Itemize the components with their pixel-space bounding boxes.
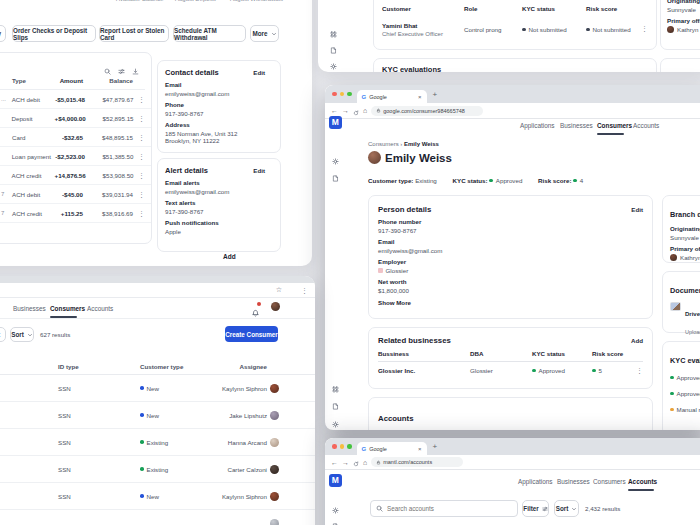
tab-accounts[interactable]: Accounts — [633, 122, 659, 129]
new-tab-icon[interactable]: + — [433, 442, 438, 451]
gear-icon[interactable] — [332, 414, 339, 430]
row-menu-icon[interactable]: ⋮ — [134, 172, 145, 179]
notifications-bell-icon[interactable] — [251, 303, 260, 321]
back-icon[interactable]: ← — [331, 459, 338, 466]
alert-details-card: Alert details Edit Email alertsemilyweis… — [157, 158, 281, 252]
tab-applications[interactable]: Applications — [518, 478, 552, 485]
browser-menu-icon[interactable]: ⋮ — [301, 287, 308, 294]
file-icon[interactable] — [332, 516, 339, 525]
transaction-row[interactable]: 7ACH credit+115.25$38,916.69⋮ — [0, 204, 151, 223]
row-menu-icon[interactable]: ⋮ — [134, 115, 145, 122]
tab-consumers[interactable]: Consumers — [593, 478, 626, 485]
transaction-row[interactable]: Loan payment-$2,523.00$51,385.50⋮ — [0, 147, 151, 166]
consumer-row[interactable]: SSN New Kaylynn Siphron — [0, 483, 315, 510]
tab-consumers[interactable]: Consumers — [50, 305, 85, 312]
row-menu-icon[interactable]: ⋮ — [641, 25, 648, 32]
schedule-atm-button[interactable]: Schedule ATM Withdrawal — [173, 25, 246, 42]
tab-businesses[interactable]: Businesses — [560, 122, 593, 129]
desktop-collage: Available Balance August Deposit August … — [0, 0, 700, 525]
document-item[interactable]: Driver's licenseUploaded — [670, 302, 700, 338]
gear-icon[interactable] — [332, 151, 339, 169]
close-tab-icon[interactable]: × — [418, 446, 422, 452]
mantl-logo[interactable]: M — [329, 474, 342, 487]
search-accounts-field[interactable] — [370, 500, 518, 517]
row-menu-icon[interactable]: ⋮ — [133, 134, 145, 141]
tab-accounts[interactable]: Accounts — [628, 478, 657, 485]
window-controls[interactable] — [332, 444, 352, 449]
row-menu-icon[interactable]: ⋮ — [133, 153, 145, 160]
transaction-row[interactable]: Card-$32.65$48,895.15⋮ — [0, 128, 151, 147]
home-icon[interactable]: ⌂ — [363, 107, 367, 114]
zoom-window-icon — [347, 444, 352, 449]
edit-link[interactable]: Edit — [253, 69, 265, 76]
tab-businesses[interactable]: Businesses — [557, 478, 590, 485]
clipped-filter-button[interactable]: t — [0, 327, 6, 342]
documents-panel: Documents — [660, 58, 700, 72]
transaction-row[interactable]: ...ACH debit-$5,015.48$47,879.67⋮ — [0, 90, 151, 109]
avatar[interactable] — [288, 286, 296, 294]
create-consumer-button[interactable]: Create Consumer — [225, 326, 278, 342]
tab-businesses[interactable]: Businesses — [13, 305, 46, 312]
transaction-row[interactable]: Deposit+$4,000.00$52,895.15⋮ — [0, 109, 151, 128]
consumer-row[interactable]: SSN Existing Hanna Arcand — [0, 429, 315, 456]
browser-tab[interactable]: G Google × — [357, 90, 427, 103]
add-link[interactable]: Add — [631, 337, 643, 344]
accounts-card: Accounts — [368, 397, 653, 430]
contact-email: emilyweiss@gmail.com — [165, 90, 273, 98]
google-favicon: G — [362, 446, 367, 452]
lock-icon — [376, 108, 381, 113]
avatar[interactable] — [271, 302, 280, 311]
report-lost-card-button[interactable]: Report Lost or Stolen Card — [99, 25, 169, 42]
consumer-row[interactable]: SSN New Jake Lipshutz — [0, 402, 315, 429]
related-business-row[interactable]: Glossier Inc. Glossier Approved 5 ⋮ — [378, 367, 643, 374]
row-menu-icon[interactable]: ⋮ — [133, 210, 145, 217]
order-checks-button[interactable]: Order Checks or Deposit Slips — [12, 25, 96, 42]
contact-phone: 917-390-8767 — [165, 110, 273, 118]
clipped-action-button[interactable]: y — [0, 25, 6, 42]
file-icon[interactable] — [332, 396, 339, 414]
filter-sliders-icon — [542, 506, 548, 512]
close-tab-icon[interactable]: × — [418, 94, 422, 100]
file-icon[interactable] — [332, 168, 339, 186]
window-banking-detail: Available Balance August Deposit August … — [0, 0, 312, 266]
edit-link[interactable]: Edit — [253, 167, 265, 174]
consumer-row-partial[interactable] — [0, 510, 315, 525]
show-more-link[interactable]: Show More — [378, 299, 643, 306]
window-controls[interactable] — [332, 92, 352, 97]
tab-accounts[interactable]: Accounts — [87, 305, 113, 312]
search-input[interactable] — [387, 505, 507, 512]
filter-button[interactable]: Filter — [522, 500, 549, 517]
address-bar[interactable]: google.com/consumer984665748 — [371, 106, 483, 116]
new-tab-icon[interactable]: + — [433, 90, 438, 99]
mantl-logo[interactable]: M — [329, 116, 342, 129]
notification-badge — [257, 302, 261, 306]
add-link[interactable]: Add — [223, 253, 236, 260]
address-bar[interactable]: mantl.com/accounts — [371, 457, 463, 467]
consumer-row[interactable]: SSN New Kaylynn Siphron — [0, 375, 315, 402]
sort-button[interactable]: Sort — [554, 500, 579, 517]
transaction-row[interactable]: ACH credit+14,876.56$53,908.50⋮ — [0, 166, 151, 185]
browser-tab[interactable]: G Google × — [357, 442, 427, 455]
officer-name[interactable]: Yamini Bhat — [382, 22, 417, 29]
breadcrumb-parent[interactable]: Consumers — [368, 141, 399, 147]
refresh-icon[interactable] — [353, 453, 359, 471]
forward-icon[interactable]: → — [342, 107, 349, 114]
row-menu-icon[interactable]: ⋮ — [133, 191, 145, 198]
consumer-row[interactable]: SSN Existing Carter Calzoni — [0, 456, 315, 483]
edit-link[interactable]: Edit — [631, 206, 643, 213]
avatar — [270, 384, 279, 393]
forward-icon[interactable]: → — [342, 459, 349, 466]
bookmark-star-icon[interactable]: ☆ — [276, 286, 282, 294]
tab-applications[interactable]: Applications — [520, 122, 554, 129]
grid-icon[interactable] — [332, 379, 339, 397]
sort-button[interactable]: Sort — [10, 327, 34, 342]
refresh-icon[interactable] — [353, 102, 359, 120]
transaction-row[interactable]: 7ACH debit-$45.00$39,031.94⋮ — [0, 185, 151, 204]
gear-icon[interactable] — [330, 56, 337, 72]
tab-consumers[interactable]: Consumers — [597, 122, 632, 129]
row-menu-icon[interactable]: ⋮ — [636, 367, 643, 374]
row-menu-icon[interactable]: ⋮ — [133, 96, 145, 103]
more-button[interactable]: More — [250, 25, 279, 42]
home-icon[interactable]: ⌂ — [363, 459, 367, 466]
back-icon[interactable]: ← — [331, 107, 338, 114]
